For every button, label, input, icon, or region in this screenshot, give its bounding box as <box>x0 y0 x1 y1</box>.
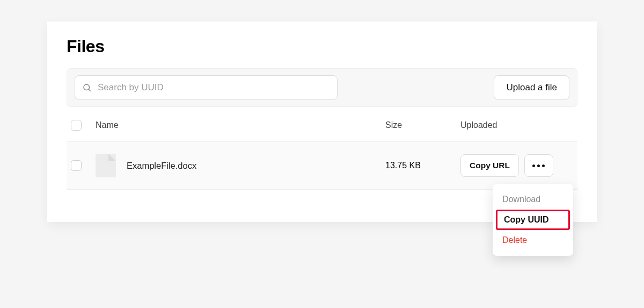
upload-file-button[interactable]: Upload a file <box>494 75 569 100</box>
file-size: 13.75 KB <box>385 161 460 170</box>
column-header-size: Size <box>385 120 460 130</box>
svg-line-1 <box>89 89 90 91</box>
dropdown-item-download[interactable]: Download <box>493 189 573 210</box>
table-row: ExampleFile.docx 13.75 KB Copy URL Downl… <box>67 142 577 190</box>
table-header: Name Size Uploaded <box>67 107 577 142</box>
toolbar: Upload a file <box>67 68 577 107</box>
row-actions-dropdown: Download Copy UUID Delete <box>493 184 573 256</box>
search-input[interactable] <box>75 75 338 100</box>
page-title: Files <box>67 37 577 56</box>
copy-url-button[interactable]: Copy URL <box>460 154 519 177</box>
column-header-uploaded: Uploaded <box>460 120 573 130</box>
file-name: ExampleFile.docx <box>127 161 196 171</box>
search-field <box>75 75 338 100</box>
column-header-name: Name <box>96 120 385 130</box>
svg-point-0 <box>84 84 90 90</box>
file-icon <box>96 154 116 177</box>
dropdown-item-delete[interactable]: Delete <box>493 230 573 250</box>
more-actions-button[interactable] <box>524 154 553 177</box>
row-checkbox[interactable] <box>71 160 82 171</box>
search-icon <box>82 83 92 92</box>
dropdown-item-copy-uuid[interactable]: Copy UUID <box>496 210 570 230</box>
select-all-checkbox[interactable] <box>71 120 82 131</box>
more-icon <box>532 164 545 167</box>
